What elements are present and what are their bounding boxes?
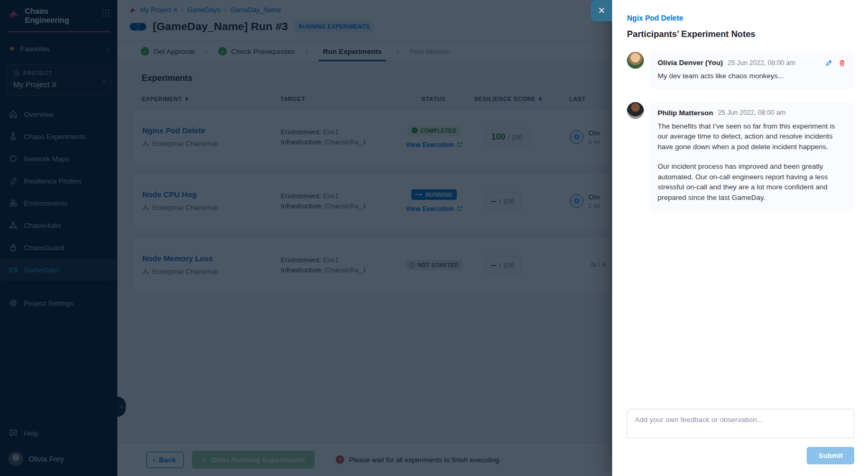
comments-list: Olivia Denver (You) 25 Jun 2022, 08:00 a…	[627, 52, 854, 409]
drawer-experiment-link[interactable]: Ngix Pod Delete	[627, 14, 854, 22]
avatar	[627, 52, 644, 69]
delete-comment-button[interactable]	[838, 59, 846, 67]
comment-card: Olivia Denver (You) 25 Jun 2022, 08:00 a…	[649, 52, 854, 89]
comment-author: Philip Matterson	[658, 109, 713, 117]
feedback-input[interactable]	[627, 409, 854, 438]
comment-timestamp: 25 Jun 2022, 08:00 am	[728, 59, 796, 67]
edit-comment-button[interactable]	[825, 59, 833, 67]
app-root: Chaos Engineering ★ Favorites › PROJECT …	[0, 0, 868, 476]
feedback-composer: Submit	[627, 409, 854, 464]
comment-text: Our incident process has improved and be…	[658, 161, 846, 203]
close-button[interactable]: ×	[591, 0, 612, 21]
comment-timestamp: 25 Jun 2022, 08:00 am	[718, 109, 786, 116]
comment-card: Philip Matterson 25 Jun 2022, 08:00 am T…	[649, 102, 854, 211]
comment-text: My dev team acts like chaos monkeys...	[658, 71, 846, 81]
trash-icon	[838, 59, 846, 67]
list-item: Olivia Denver (You) 25 Jun 2022, 08:00 a…	[627, 52, 854, 89]
drawer-backdrop[interactable]	[0, 0, 612, 476]
list-item: Philip Matterson 25 Jun 2022, 08:00 am T…	[627, 102, 854, 211]
comment-text: The benefits that I’ve seen so far from …	[658, 121, 846, 152]
drawer-title: Participants’ Experiment Notes	[627, 29, 854, 39]
pencil-icon	[825, 59, 833, 67]
comment-author: Olivia Denver (You)	[658, 59, 723, 67]
submit-button[interactable]: Submit	[807, 447, 854, 464]
avatar	[627, 102, 644, 119]
notes-drawer: × Ngix Pod Delete Participants’ Experime…	[612, 0, 868, 476]
close-icon: ×	[598, 4, 605, 17]
